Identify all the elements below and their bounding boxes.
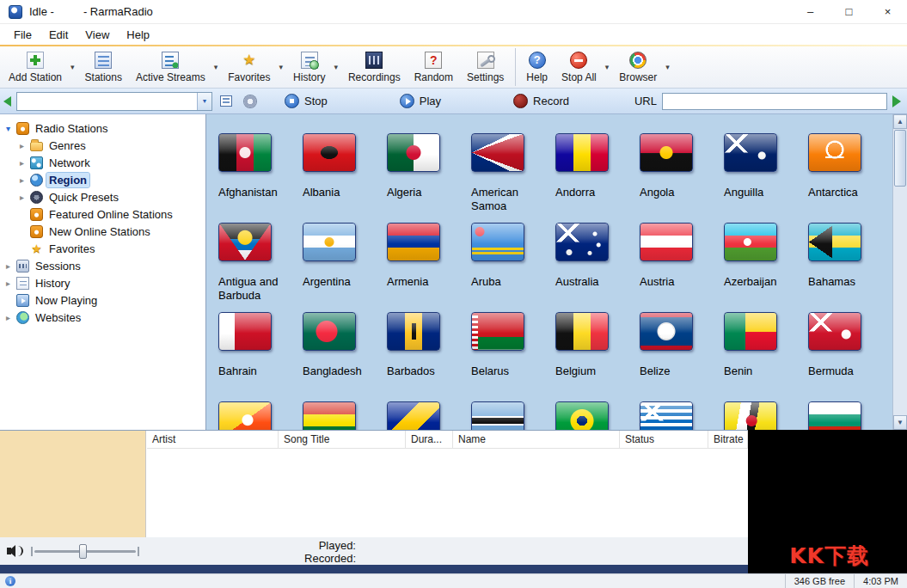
country-item[interactable]: Bulgaria [803, 401, 887, 430]
country-item[interactable]: Albania [297, 133, 382, 223]
expander-icon[interactable]: ▸ [3, 261, 13, 271]
tree-item[interactable]: ▸ Genres [0, 137, 205, 154]
country-item[interactable]: Austria [634, 223, 719, 312]
tree-item[interactable]: ▸ Network [0, 154, 205, 171]
station-combobox[interactable] [16, 92, 212, 111]
vertical-scrollbar[interactable] [892, 114, 907, 430]
column-header[interactable]: Status [620, 431, 708, 448]
go-arrow-icon[interactable] [892, 95, 901, 107]
menu-item[interactable]: Edit [40, 26, 77, 44]
country-item[interactable]: Belize [634, 312, 719, 401]
toolbar-button[interactable]: Random [408, 48, 459, 86]
speaker-icon[interactable] [7, 544, 24, 558]
minimize-button[interactable]: – [791, 0, 830, 24]
scrollbar-thumb[interactable] [894, 130, 906, 187]
dropdown-arrow-icon[interactable] [603, 48, 612, 86]
toolbar-button[interactable]: Browser [613, 48, 672, 86]
volume-slider[interactable] [34, 550, 136, 553]
tree-item[interactable]: ▸ Region [0, 171, 205, 188]
country-item[interactable]: Algeria [382, 133, 466, 223]
volume-slider-thumb[interactable] [79, 544, 87, 559]
collapse-left-icon[interactable] [3, 96, 11, 107]
menu-item[interactable]: File [5, 26, 40, 44]
country-item[interactable]: Bolivia [297, 401, 382, 430]
dropdown-arrow-icon[interactable] [331, 48, 340, 86]
country-name: Azerbaijan [724, 275, 776, 289]
maximize-button[interactable]: □ [830, 0, 868, 24]
tree-item[interactable]: ▸ Quick Presets [0, 188, 205, 205]
country-item[interactable]: Azerbaijan [719, 223, 803, 312]
expander-icon[interactable]: ▸ [17, 175, 27, 185]
expander-icon[interactable]: ▸ [17, 158, 27, 168]
tree-item[interactable]: ▸ History [0, 274, 205, 291]
country-item[interactable]: Angola [634, 133, 719, 223]
expander-icon[interactable]: ▸ [17, 141, 27, 150]
toolbar-button[interactable]: History [287, 48, 340, 86]
country-item[interactable]: Bahrain [213, 312, 297, 401]
close-button[interactable]: × [868, 0, 907, 24]
expander-icon[interactable]: ▸ [3, 313, 13, 322]
toolbar-button[interactable]: Add Station [3, 48, 77, 86]
dropdown-arrow-icon[interactable] [68, 48, 77, 86]
country-item[interactable]: Barbados [382, 312, 466, 401]
tree-item[interactable]: Featured Online Stations [0, 205, 205, 223]
country-item[interactable]: Andorra [550, 133, 634, 223]
country-item[interactable]: Bosnia and Herzegovina [382, 401, 466, 430]
tree-item[interactable]: ▸ Sessions [0, 257, 205, 274]
expander-icon[interactable]: ▸ [3, 279, 13, 288]
country-item[interactable]: Bangladesh [297, 312, 382, 401]
toolbar-button[interactable]: Active Streams [130, 48, 220, 86]
tree-item[interactable]: ▾ Radio Stations [0, 119, 205, 137]
toolbar-button[interactable]: Settings [461, 48, 510, 86]
country-item[interactable]: Armenia [382, 223, 466, 312]
country-item[interactable]: Anguilla [719, 133, 803, 223]
combobox-dropdown-icon[interactable] [197, 93, 211, 110]
options-button[interactable] [240, 92, 260, 111]
country-item[interactable]: Aruba [466, 223, 550, 312]
country-item[interactable]: Brazil [550, 401, 634, 430]
expander-icon[interactable]: ▾ [3, 124, 13, 133]
scroll-down-icon[interactable] [893, 415, 907, 430]
country-item[interactable]: Antigua and Barbuda [213, 223, 297, 312]
column-header[interactable]: Name [453, 431, 620, 448]
scroll-up-icon[interactable] [893, 114, 907, 129]
tree-item[interactable]: Now Playing [0, 291, 205, 309]
country-item[interactable]: Argentina [297, 223, 382, 312]
country-item[interactable]: British Indian Ocean Territory [634, 401, 719, 430]
country-item[interactable]: Bermuda [803, 312, 887, 401]
country-item[interactable]: Bahamas [803, 223, 887, 312]
column-header[interactable]: Song Title [279, 431, 406, 448]
view-list-button[interactable] [216, 92, 236, 111]
dropdown-arrow-icon[interactable] [211, 48, 221, 86]
toolbar-button[interactable]: Help [515, 48, 554, 86]
country-item[interactable]: Belarus [466, 312, 550, 401]
tree-item[interactable]: Favorites [0, 240, 205, 257]
toolbar-button[interactable]: Favorites [222, 48, 285, 86]
dropdown-arrow-icon[interactable] [663, 48, 672, 86]
menu-item[interactable]: View [77, 26, 118, 44]
toolbar-button[interactable]: Recordings [342, 48, 407, 86]
column-header[interactable]: Dura... [406, 431, 453, 448]
play-button[interactable]: Play [395, 94, 446, 108]
url-input[interactable] [662, 93, 887, 110]
dropdown-arrow-icon[interactable] [277, 48, 286, 86]
country-item[interactable]: Afghanistan [213, 133, 297, 223]
toolbar-button[interactable]: Stations [79, 48, 128, 86]
country-item[interactable]: American Samoa [466, 133, 550, 223]
country-item[interactable]: Benin [719, 312, 803, 401]
toolbar-button[interactable]: Stop All [555, 48, 611, 86]
country-item[interactable]: Belgium [550, 312, 634, 401]
country-item[interactable]: Australia [550, 223, 634, 312]
country-item[interactable]: Brunei [719, 401, 803, 430]
country-item[interactable]: Antarctica [803, 133, 887, 223]
tree-item[interactable]: New Online Stations [0, 223, 205, 240]
menu-item[interactable]: Help [118, 26, 158, 44]
country-item[interactable]: Bhutan [213, 401, 297, 430]
expander-icon[interactable]: ▸ [17, 193, 27, 202]
stop-button[interactable]: Stop [279, 94, 333, 108]
tree-item[interactable]: ▸ Websites [0, 309, 205, 326]
column-header[interactable]: Artist [147, 431, 279, 448]
column-header[interactable]: Bitrate [708, 431, 748, 448]
country-item[interactable]: Botswana [466, 401, 550, 430]
record-button[interactable]: Record [508, 94, 574, 108]
